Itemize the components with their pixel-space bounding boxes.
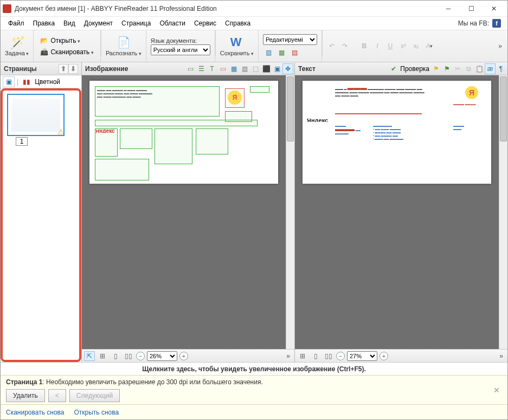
list-view-icon[interactable]: ▣ bbox=[3, 76, 15, 87]
fit-page-icon[interactable]: ▯ bbox=[110, 351, 121, 361]
two-page-icon-t[interactable]: ▯▯ bbox=[323, 351, 334, 361]
fb-label: Мы на FB: bbox=[458, 20, 489, 27]
pages-panel: Страницы ⬆ ⬇ ▣ | ▮▮ Цветной 1 bbox=[1, 62, 82, 362]
xls-format-icon[interactable]: ▦ bbox=[276, 47, 288, 58]
save-button[interactable]: W Сохранить bbox=[216, 30, 259, 62]
next-button[interactable]: Следующий bbox=[69, 389, 120, 402]
recognize-button[interactable]: 📄 Распознать bbox=[101, 30, 146, 62]
scan-again-link[interactable]: Сканировать снова bbox=[6, 409, 64, 416]
eraser-icon[interactable]: ⬛ bbox=[261, 63, 272, 74]
toolbar-overflow[interactable]: » bbox=[496, 42, 504, 50]
select-icon[interactable]: ⬚ bbox=[250, 63, 261, 74]
text-panel: Текст ✔ Проверка ⚑ ⚑ ✂ ⧉ 📋 æ ¶ ▬▬▬ ▬ ▬▬▬… bbox=[295, 62, 507, 362]
zoom-select-text[interactable]: 27% bbox=[347, 351, 377, 361]
superscript-button[interactable]: x² bbox=[397, 41, 409, 51]
maximize-button[interactable]: ☐ bbox=[460, 1, 483, 16]
scan-button[interactable]: 📠Сканировать bbox=[38, 47, 95, 57]
zoom-out-button[interactable]: − bbox=[136, 352, 145, 360]
menu-page[interactable]: Страница bbox=[117, 18, 155, 29]
redo-button[interactable]: ↷ bbox=[339, 41, 351, 51]
subscript-button[interactable]: x₂ bbox=[410, 41, 422, 51]
table-area-icon[interactable]: ▦ bbox=[228, 63, 239, 74]
move-icon[interactable]: ✥ bbox=[282, 63, 293, 74]
open-again-link[interactable]: Открыть снова bbox=[74, 409, 119, 416]
italic-button[interactable]: I bbox=[371, 41, 383, 51]
warn-message: : Необходимо увеличить разрешение до 300… bbox=[42, 378, 262, 386]
link-icon[interactable]: æ bbox=[485, 63, 496, 74]
verify-label: Проверка bbox=[399, 65, 430, 73]
warning-close-icon[interactable]: ✕ bbox=[491, 384, 502, 397]
cut-icon[interactable]: ✂ bbox=[452, 63, 463, 74]
minimize-button[interactable]: ─ bbox=[437, 1, 460, 16]
doc-format-icon[interactable]: ▥ bbox=[263, 47, 275, 58]
color-mode-icon[interactable]: ▮▮ bbox=[21, 76, 33, 87]
image-panel-title: Изображение bbox=[83, 65, 128, 73]
page-up-button[interactable]: ⬆ bbox=[59, 64, 68, 74]
style-button[interactable]: A bbox=[423, 41, 435, 51]
menu-file[interactable]: Файл bbox=[4, 18, 29, 29]
analyze-icon[interactable]: ☰ bbox=[196, 63, 207, 74]
image-viewer[interactable]: ▬▬▬ ▬▬ ▬▬▬▬ ▬ ▬▬▬ ▬▬▬▬▬▬ ▬▬▬▬ ▬▬▬ ▬▬ ▬▬▬… bbox=[82, 75, 294, 349]
image-panel: Изображение ▭ ☰ T ▭ ▦ ▥ ⬚ ⬛ ▣ ✥ bbox=[82, 62, 295, 362]
next-error-icon[interactable]: ⚑ bbox=[441, 63, 452, 74]
menu-document[interactable]: Документ bbox=[80, 18, 117, 29]
menu-service[interactable]: Сервис bbox=[190, 18, 221, 29]
pages-title: Страницы bbox=[4, 65, 37, 73]
nav-up-icon[interactable]: ⇱ bbox=[84, 351, 95, 361]
app-icon bbox=[3, 4, 11, 13]
warning-strip: Страница 1: Необходимо увеличить разреше… bbox=[1, 375, 507, 404]
fit-width-icon-t[interactable]: ⊞ bbox=[297, 351, 308, 361]
pdf-format-icon[interactable]: ▤ bbox=[289, 47, 301, 58]
text-area-icon[interactable]: T bbox=[207, 63, 217, 74]
prev-error-icon[interactable]: ⚑ bbox=[430, 63, 441, 74]
delete-button[interactable]: Удалить bbox=[6, 389, 45, 402]
fit-width-icon[interactable]: ⊞ bbox=[97, 351, 108, 361]
color-mode-label: Цветной bbox=[35, 78, 60, 86]
menu-areas[interactable]: Области bbox=[155, 18, 190, 29]
status-overflow-t[interactable]: » bbox=[497, 352, 505, 360]
window-title: Документ без имени [1] - ABBYY FineReade… bbox=[15, 5, 437, 12]
page-thumbnail-1[interactable] bbox=[7, 94, 65, 136]
thumb-number[interactable]: 1 bbox=[16, 137, 28, 146]
underline-button[interactable]: U bbox=[384, 41, 396, 51]
menu-view[interactable]: Вид bbox=[59, 18, 80, 29]
edit-mode-select[interactable]: Редактируемі bbox=[263, 34, 317, 45]
text-viewer[interactable]: ▬▬▬ ▬ ▬▬▬ ▬▬▬▬▬▬ ▬▬▬▬ ▬▬▬ ▬▬▬▬ ▬▬ ▬▬▬▬▬ … bbox=[295, 75, 507, 349]
text-panel-title: Текст bbox=[296, 65, 316, 73]
prev-button[interactable]: < bbox=[48, 389, 66, 402]
main-toolbar: 🪄 Задача 📂Открыть 📠Сканировать 📄 Распозн… bbox=[1, 30, 507, 62]
lang-label: Язык документа: bbox=[151, 37, 197, 44]
scrollbar-vertical-text[interactable] bbox=[499, 75, 507, 349]
close-button[interactable]: ✕ bbox=[483, 1, 505, 16]
read-area-icon[interactable]: ▭ bbox=[185, 63, 196, 74]
status-overflow[interactable]: » bbox=[284, 352, 292, 360]
undo-button[interactable]: ↶ bbox=[326, 41, 338, 51]
open-button[interactable]: 📂Открыть bbox=[38, 36, 82, 46]
zoom-in-button-t[interactable]: + bbox=[380, 352, 388, 360]
barcode-area-icon[interactable]: ▥ bbox=[239, 63, 250, 74]
copy-icon[interactable]: ⧉ bbox=[463, 63, 474, 74]
picture-area-icon[interactable]: ▭ bbox=[217, 63, 228, 74]
fit-page-icon-t[interactable]: ▯ bbox=[310, 351, 321, 361]
zoom-select-image[interactable]: 26% bbox=[147, 351, 177, 361]
warn-page-label: Страница 1 bbox=[6, 378, 42, 386]
zoom-in-button[interactable]: + bbox=[179, 352, 188, 360]
crop-icon[interactable]: ▣ bbox=[272, 63, 282, 74]
page-down-button[interactable]: ⬇ bbox=[68, 64, 78, 74]
menu-help[interactable]: Справка bbox=[221, 18, 255, 29]
bold-button[interactable]: B bbox=[358, 41, 370, 51]
paste-icon[interactable]: 📋 bbox=[474, 63, 485, 74]
zoom-hint[interactable]: Щелкните здесь, чтобы увидеть увеличенно… bbox=[1, 362, 507, 375]
two-page-icon[interactable]: ▯▯ bbox=[123, 351, 134, 361]
scrollbar-vertical[interactable] bbox=[286, 75, 294, 349]
verify-button[interactable]: ✔ bbox=[388, 63, 399, 74]
menu-edit[interactable]: Правка bbox=[29, 18, 60, 29]
pilcrow-icon[interactable]: ¶ bbox=[496, 63, 506, 74]
language-select[interactable]: Русский и англи bbox=[151, 44, 210, 55]
task-button[interactable]: 🪄 Задача bbox=[1, 30, 34, 62]
menu-bar: Файл Правка Вид Документ Страница Област… bbox=[1, 17, 507, 30]
zoom-out-button-t[interactable]: − bbox=[336, 352, 345, 360]
facebook-icon[interactable]: f bbox=[492, 19, 501, 28]
